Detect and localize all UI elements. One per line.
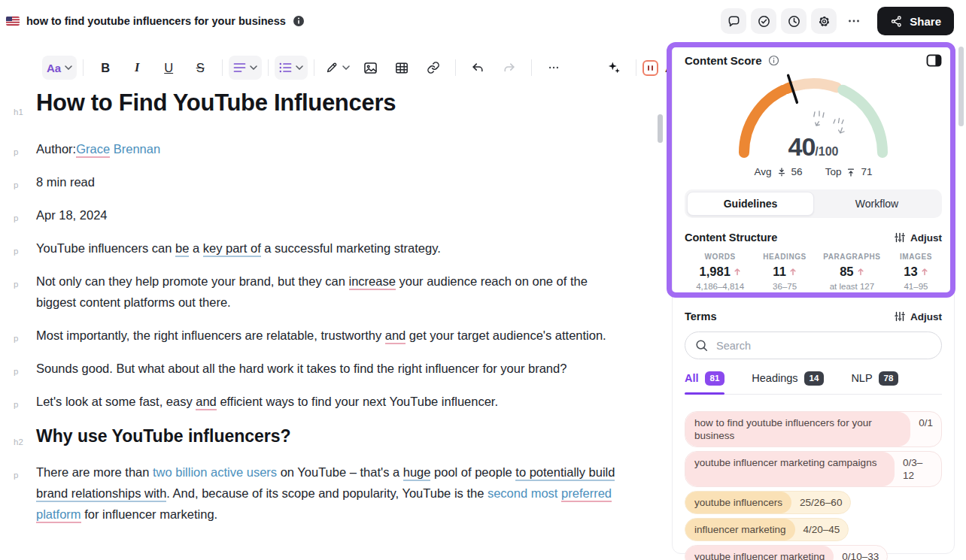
toolbar-more-button[interactable] xyxy=(538,56,570,80)
us-flag-icon xyxy=(6,17,20,26)
stat-range: 41–95 xyxy=(890,282,942,291)
topbar: how to find youtube influencers for your… xyxy=(0,0,966,42)
stat-range: 4,186–4,814 xyxy=(685,282,755,291)
alignment-dropdown[interactable] xyxy=(229,56,262,80)
stat-value: 13 xyxy=(904,265,917,279)
arrow-up-icon xyxy=(857,268,864,276)
term-highlight: and xyxy=(196,395,217,410)
doc-paragraph: p Apr 18, 2024 xyxy=(36,204,619,226)
block-type-label: p xyxy=(14,141,32,162)
author-link[interactable]: Grace xyxy=(76,142,110,158)
term-chip-label: influencer marketing xyxy=(685,519,795,540)
more-options-button[interactable] xyxy=(841,8,867,34)
doc-paragraph: p Author:Grace Brennan xyxy=(36,138,619,159)
arrow-up-icon xyxy=(921,268,928,276)
underline-button[interactable]: U xyxy=(153,56,184,80)
stat-range: at least 127 xyxy=(814,282,890,291)
tab-label: Headings xyxy=(752,372,797,384)
strikethrough-glyph: S xyxy=(196,61,205,75)
settings-gear-button[interactable] xyxy=(811,8,837,34)
term-chip-count: 0/1 xyxy=(910,412,941,446)
strikethrough-button[interactable]: S xyxy=(184,56,216,80)
stat-label: PARAGRAPHS xyxy=(814,253,890,261)
info-icon[interactable] xyxy=(293,15,305,27)
stat-value: 1,981 xyxy=(700,265,731,279)
text-segment: Not only can they help promote your bran… xyxy=(36,274,349,288)
content-score-max: /100 xyxy=(815,145,838,158)
author-link[interactable]: Brennan xyxy=(110,142,160,156)
doc-paragraph: p Let's look at some fast, easy and effi… xyxy=(36,391,619,412)
term-chip[interactable]: how to find youtube influencers for your… xyxy=(685,411,942,447)
comments-button[interactable] xyxy=(721,8,746,34)
chevron-down-icon xyxy=(296,65,303,70)
term-chip[interactable]: youtube influencers 25/26–60 xyxy=(685,491,851,514)
redo-button[interactable] xyxy=(494,56,525,80)
term-highlight: and xyxy=(385,328,406,344)
text-segment: a successful marketing strategy. xyxy=(261,241,441,255)
arrow-up-icon xyxy=(789,268,797,276)
avg-label: Avg xyxy=(755,166,772,177)
tab-workflow[interactable]: Workflow xyxy=(814,192,940,216)
content-structure-title: Content Structure xyxy=(685,232,777,244)
list-dropdown[interactable] xyxy=(275,56,308,80)
top-value: 71 xyxy=(861,166,872,177)
block-type-label: p xyxy=(14,274,32,295)
share-button[interactable]: Share xyxy=(877,7,954,35)
info-icon[interactable] xyxy=(768,55,779,66)
editor-scrollbar[interactable] xyxy=(658,114,663,143)
search-input[interactable] xyxy=(715,339,931,353)
text-segment: on YouTube – that's a xyxy=(277,465,403,479)
undo-button[interactable] xyxy=(462,56,494,80)
collapse-panel-icon[interactable] xyxy=(926,54,942,67)
stat-headings: HEADINGS 11 36–75 xyxy=(755,253,813,291)
stat-label: HEADINGS xyxy=(755,253,813,261)
terms-search[interactable] xyxy=(685,331,942,359)
text-style-label: Aa xyxy=(47,62,61,74)
editor-toolbar: Aa B I U S Ask Surfy xyxy=(42,56,713,80)
tab-guidelines[interactable]: Guidelines xyxy=(687,192,814,216)
history-button[interactable] xyxy=(781,8,807,34)
term-highlight: increase xyxy=(349,274,396,290)
text-segment: for influencer marketing. xyxy=(81,507,218,521)
content-structure-stats: WORDS 1,981 4,186–4,814 HEADINGS 11 36–7… xyxy=(685,253,942,291)
term-chip[interactable]: influencer marketing 4/20–45 xyxy=(685,518,849,541)
block-type-label: p xyxy=(14,394,32,415)
bullet-list-icon xyxy=(279,62,292,73)
insert-image-button[interactable] xyxy=(354,56,386,80)
block-type-label: h1 xyxy=(14,96,32,128)
content-score-gauge: 40/100 xyxy=(731,70,896,159)
insert-table-button[interactable] xyxy=(386,56,418,80)
insert-link-button[interactable] xyxy=(418,56,449,80)
ai-sparkles-button[interactable] xyxy=(598,56,630,80)
doc-paragraph: p There are more than two billion active… xyxy=(36,462,619,525)
doc-paragraph: p YouTube influencers can be a key part … xyxy=(36,238,619,259)
text-segment: . And, because of its scope and populari… xyxy=(166,486,488,500)
text-style-dropdown[interactable]: Aa xyxy=(42,56,77,80)
italic-button[interactable]: I xyxy=(121,56,153,80)
align-left-icon xyxy=(233,62,246,73)
doc-paragraph: p Sounds good. But what about all the ha… xyxy=(36,358,619,379)
terms-adjust-button[interactable]: Adjust xyxy=(895,311,942,322)
terms-tab-nlp[interactable]: NLP 78 xyxy=(851,371,898,394)
external-link[interactable]: two billion active users xyxy=(153,465,277,479)
ellipsis-icon xyxy=(548,62,560,74)
tasks-button[interactable] xyxy=(751,8,776,34)
terms-chip-list: how to find youtube influencers for your… xyxy=(685,411,942,560)
text-segment: Let's look at some fast, easy xyxy=(36,395,196,408)
terms-tab-all[interactable]: All 81 xyxy=(685,371,724,394)
panel-scrollbar[interactable] xyxy=(958,47,964,126)
external-link[interactable]: second most xyxy=(488,486,561,500)
document-editor[interactable]: h1 How to Find YouTube Influencers p Aut… xyxy=(36,87,619,537)
terms-tab-headings[interactable]: Headings 14 xyxy=(752,371,824,394)
share-label: Share xyxy=(910,15,941,28)
term-chip[interactable]: youtube influencer marketing 0/10–33 xyxy=(685,545,888,560)
text-segment: efficient ways to find your next YouTube… xyxy=(217,395,498,408)
highlight-pen-dropdown[interactable] xyxy=(320,56,354,80)
structure-adjust-button[interactable]: Adjust xyxy=(895,232,942,244)
bold-button[interactable]: B xyxy=(90,56,121,80)
adjust-label: Adjust xyxy=(910,232,942,244)
term-highlight: huge xyxy=(403,465,431,481)
terms-title: Terms xyxy=(685,310,716,322)
term-chip[interactable]: youtube influencer marketing campaigns 0… xyxy=(685,451,942,487)
panel-tabs: Guidelines Workflow xyxy=(685,189,942,218)
